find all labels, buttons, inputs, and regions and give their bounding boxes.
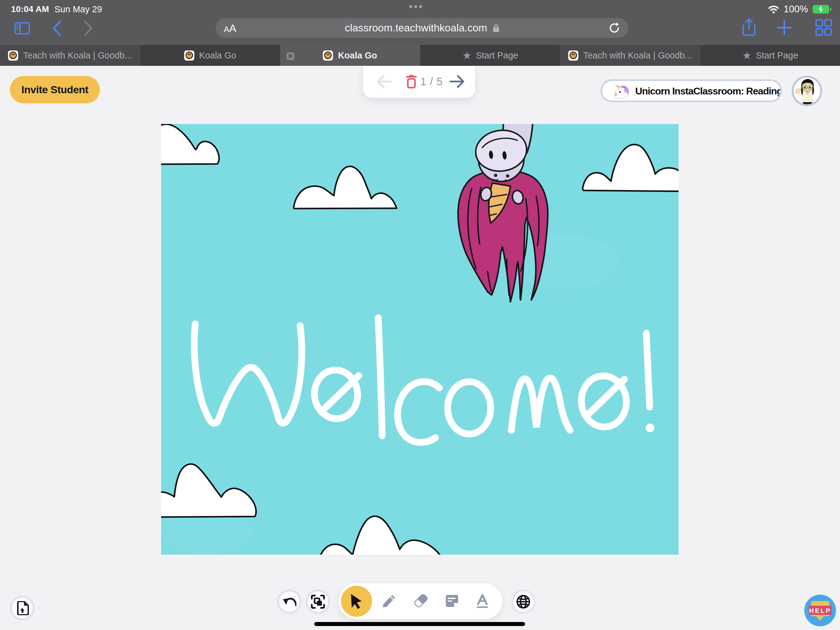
svg-text:HELP: HELP: [809, 607, 831, 614]
